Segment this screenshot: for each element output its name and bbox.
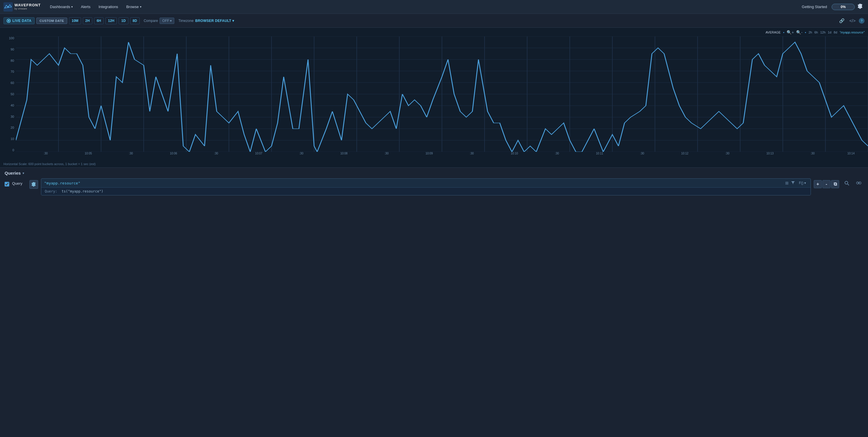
logo-sub-text: by vmware	[14, 7, 41, 10]
query-label: Query	[12, 181, 27, 186]
x-label-1012: 10:12	[681, 152, 688, 155]
x-label-1006: 10:06	[170, 152, 177, 155]
side-toggle-button[interactable]	[854, 178, 863, 188]
x-label-30f: :30	[470, 152, 474, 155]
y-label-50: 50	[2, 92, 14, 96]
timezone-label: Timezone	[178, 19, 193, 23]
top-nav: WAVEFRONT by vmware Dashboards ▾ Alerts …	[0, 0, 868, 14]
query-row: Query ⊞ F() ▾ Query:	[5, 178, 863, 195]
query-text-input[interactable]	[44, 181, 783, 185]
time-btn-12h[interactable]: 12H	[105, 17, 117, 24]
chart-header: AVERAGE ● 🔍+ 🔍- ● 2h 6h 12h 1d 8d "myapp…	[766, 30, 865, 35]
nav-item-dashboards[interactable]: Dashboards ▾	[46, 3, 76, 11]
chart-metric-label: "myapp.resource"	[839, 31, 865, 34]
y-label-30: 30	[2, 115, 14, 118]
clone-label: ⧉	[834, 182, 837, 187]
query-checkbox[interactable]	[5, 182, 9, 186]
function-button[interactable]: F() ▾	[797, 180, 808, 186]
expand-icon-button[interactable]: ⊞	[785, 181, 788, 185]
side-search-button[interactable]	[842, 178, 851, 188]
custom-date-label: CUSTOM DATE	[39, 19, 64, 23]
x-label-30h: :30	[640, 152, 644, 155]
y-axis: 100 90 80 70 60 50 40 30 20 10 0	[0, 36, 16, 152]
chevron-down-icon: ▾	[23, 171, 24, 175]
average-label: AVERAGE	[766, 31, 781, 34]
queries-section: Queries ▾ Query ⊞ F() ▾	[0, 167, 868, 198]
chart-time-12h[interactable]: 12h	[820, 31, 825, 34]
y-label-100: 100	[2, 36, 14, 40]
queries-header[interactable]: Queries ▾	[5, 170, 863, 176]
chart-time-8d[interactable]: 8d	[834, 31, 837, 34]
svg-point-34	[845, 181, 848, 184]
query-input-row: ⊞ F() ▾	[41, 179, 811, 187]
remove-label: -	[826, 182, 827, 187]
query-actions: + - ⧉	[814, 180, 839, 188]
query-settings-button[interactable]	[29, 180, 38, 189]
chart-svg-area	[16, 36, 868, 152]
time-btn-10m[interactable]: 10M	[69, 17, 81, 24]
live-data-button[interactable]: LIVE DATA	[3, 17, 35, 24]
off-label: OFF	[162, 19, 169, 23]
query-preview-value: ts("myapp.resource")	[62, 189, 103, 193]
settings-button[interactable]	[856, 2, 865, 11]
x-label-30d: :30	[299, 152, 303, 155]
x-label-30j: :30	[811, 152, 815, 155]
chart-time-2h[interactable]: 2h	[809, 31, 812, 34]
compare-off-button[interactable]: OFF ▾	[160, 18, 174, 24]
x-label-1011: 10:11	[596, 152, 603, 155]
x-label-1007: 10:07	[255, 152, 262, 155]
browser-default-label: BROWSER DEFAULT	[195, 19, 231, 23]
y-label-40: 40	[2, 104, 14, 107]
query-preview: Query: ts("myapp.resource")	[41, 187, 811, 195]
filter-icon	[791, 181, 795, 185]
y-label-80: 80	[2, 59, 14, 62]
chart-container: AVERAGE ● 🔍+ 🔍- ● 2h 6h 12h 1d 8d "myapp…	[0, 28, 868, 160]
browser-default-button[interactable]: BROWSER DEFAULT ▾	[195, 19, 234, 23]
y-label-90: 90	[2, 48, 14, 51]
x-label-30g: :30	[555, 152, 559, 155]
x-axis: :30 10:05 :30 10:06 :30 10:07 :30 10:08 …	[16, 152, 868, 160]
nav-item-alerts[interactable]: Alerts	[78, 3, 94, 11]
svg-point-2	[7, 6, 9, 8]
x-label-30e: :30	[385, 152, 389, 155]
chart-svg	[16, 36, 868, 152]
progress-bar-container: 0%	[832, 4, 855, 10]
nav-item-getting-started[interactable]: Getting Started	[799, 3, 831, 11]
time-btn-8d[interactable]: 8D	[130, 17, 140, 24]
link-icon-button[interactable]: 🔗	[838, 17, 846, 25]
zoom-out-button[interactable]: 🔍-	[796, 30, 803, 35]
help-badge[interactable]: ?	[859, 18, 865, 24]
add-label: +	[816, 182, 819, 187]
nav-item-integrations[interactable]: Integrations	[95, 3, 122, 11]
chevron-down-icon: ▾	[170, 19, 172, 23]
chevron-down-icon: ▾	[804, 181, 806, 185]
remove-query-button[interactable]: -	[823, 180, 831, 188]
chart-footer-text: Horizontal Scale: 600 point buckets acro…	[3, 162, 95, 166]
custom-date-button[interactable]: CUSTOM DATE	[36, 18, 67, 24]
code-icon-button[interactable]: </>	[848, 17, 857, 25]
x-label-30c: :30	[214, 152, 218, 155]
y-label-20: 20	[2, 126, 14, 129]
toolbar: LIVE DATA CUSTOM DATE 10M 2H 6H 12H 1D 8…	[0, 14, 868, 28]
live-indicator	[7, 19, 11, 23]
add-query-button[interactable]: +	[814, 180, 822, 188]
x-label-1008: 10:08	[340, 152, 347, 155]
time-btn-2h[interactable]: 2H	[83, 17, 92, 24]
toggle-icon	[856, 180, 861, 186]
clone-query-button[interactable]: ⧉	[831, 180, 839, 188]
action-btn-group: + - ⧉	[814, 180, 839, 188]
zoom-in-button[interactable]: 🔍+	[786, 30, 794, 35]
nav-item-browse[interactable]: Browse ▾	[123, 3, 145, 11]
time-btn-1d[interactable]: 1D	[119, 17, 128, 24]
x-label-30i: :30	[725, 152, 730, 155]
svg-line-35	[847, 184, 849, 185]
chart-time-6h[interactable]: 6h	[814, 31, 818, 34]
time-btn-6h[interactable]: 6H	[94, 17, 103, 24]
queries-title: Queries	[5, 170, 21, 176]
filter-icon-button[interactable]	[791, 181, 795, 186]
x-label-30b: :30	[129, 152, 133, 155]
gear-icon	[858, 4, 863, 9]
chart-time-1d[interactable]: 1d	[828, 31, 831, 34]
x-label-1014: 10:14	[847, 152, 855, 155]
chevron-down-icon: ▾	[140, 5, 142, 8]
